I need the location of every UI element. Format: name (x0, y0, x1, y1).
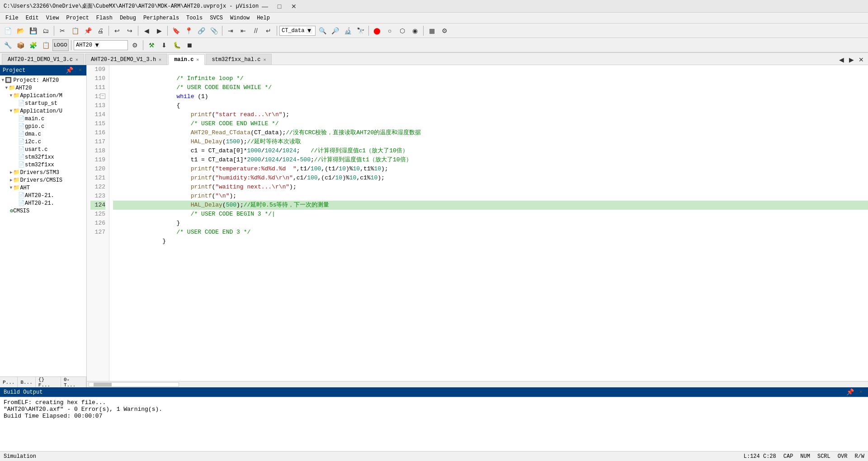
menu-tools[interactable]: Tools (183, 13, 206, 23)
tab-close-icon2[interactable]: ✕ (159, 57, 161, 62)
menu-view[interactable]: View (42, 13, 63, 23)
dropdown-arrow[interactable]: ▼ (306, 27, 312, 34)
paste-button[interactable]: 📌 (82, 25, 94, 37)
debug-start-button[interactable]: ⬤ (371, 25, 383, 37)
save-button[interactable]: 💾 (27, 25, 39, 37)
sidebar-item-stm2[interactable]: 📄 stm32f1xx (0, 161, 86, 169)
find3-button[interactable]: 🔬 (342, 25, 354, 37)
sidebar-item-appM[interactable]: ▶ 📁 Application/M (0, 92, 86, 99)
sidebar-item-aht-file2[interactable]: 📄 AHT20-21. (0, 199, 86, 207)
menu-file[interactable]: File (2, 13, 22, 23)
cut-button[interactable]: ✂ (57, 25, 68, 37)
menu-window[interactable]: Window (226, 13, 253, 23)
sidebar-item-appU[interactable]: ▶ 📁 Application/U (0, 107, 86, 115)
sidebar-item-usart[interactable]: 📄 usart.c (0, 146, 86, 153)
save-all-button[interactable]: 🗂 (40, 25, 52, 37)
sidebar-item-cmsis[interactable]: ⚙ CMSIS (0, 207, 86, 215)
tab-main-c[interactable]: main.c ✕ (168, 54, 205, 65)
menu-svcs[interactable]: SVCS (206, 13, 226, 23)
collapse-marker-112[interactable]: − (100, 94, 105, 99)
sidebar-tab-project[interactable]: P... (0, 377, 18, 387)
sidebar-item-aht-file1[interactable]: 📄 AHT20-21. (0, 192, 86, 199)
open-button[interactable]: 📂 (14, 25, 26, 37)
tab-close-all[interactable]: ✕ (856, 55, 866, 65)
tab-aht20-demo-c[interactable]: AHT20-21_DEMO_V1_3.c ✕ (2, 54, 84, 65)
menu-flash[interactable]: Flash (93, 13, 116, 23)
sidebar-item-dma[interactable]: 📄 dma.c (0, 130, 86, 138)
hscroll-thumb[interactable] (94, 383, 112, 386)
code-lines[interactable]: /* Infinite loop */ /* USER CODE BEGIN W… (109, 65, 868, 381)
close-button[interactable]: ✕ (288, 2, 300, 11)
find2-button[interactable]: 🔎 (329, 25, 341, 37)
outdent-button[interactable]: ⇤ (237, 25, 249, 37)
sidebar-item-startup[interactable]: 📄 startup_st (0, 99, 86, 107)
wrap-button[interactable]: ↵ (263, 25, 274, 37)
debug3-button[interactable]: ⬡ (396, 25, 408, 37)
bookmark4-button[interactable]: 📎 (208, 25, 220, 37)
code-line-113[interactable]: printf("start read...\r\n"); (113, 101, 868, 110)
sidebar-tab-books[interactable]: B... (18, 377, 35, 387)
menu-edit[interactable]: Edit (22, 13, 42, 23)
code-line-112[interactable]: { (113, 92, 868, 101)
nav-back-button[interactable]: ◀ (141, 25, 152, 37)
t2-debug-btn[interactable]: 🐛 (171, 39, 183, 51)
t2-load-btn[interactable]: ⬇ (158, 39, 170, 51)
build-pin-button[interactable]: 📌 (844, 388, 856, 396)
debug4-button[interactable]: ◉ (409, 25, 421, 37)
maximize-button[interactable]: □ (273, 2, 286, 11)
sidebar-item-project[interactable]: ▶ 🔲 Project: AHT20 (0, 76, 86, 84)
t2-btn3[interactable]: 🧩 (27, 39, 39, 51)
sidebar-item-i2c[interactable]: 📄 i2c.c (0, 138, 86, 146)
new-file-button[interactable]: 📄 (2, 25, 14, 37)
tab-hal-c[interactable]: stm32f1xx_hal.c ✕ (206, 54, 272, 65)
menu-project[interactable]: Project (62, 13, 92, 23)
redo-button[interactable]: ↪ (124, 25, 136, 37)
bookmark2-button[interactable]: 📍 (183, 25, 194, 37)
sidebar-tab-functions[interactable]: {} F... (36, 377, 61, 387)
build-close-button[interactable]: ✕ (858, 388, 864, 396)
layout-button[interactable]: ▦ (426, 25, 438, 37)
menu-debug[interactable]: Debug (116, 13, 140, 23)
t2-build-btn[interactable]: ⚒ (146, 39, 157, 51)
sidebar-item-aht-folder[interactable]: ▶ 📁 AHT (0, 184, 86, 192)
tab-close-icon4[interactable]: ✕ (263, 57, 266, 62)
t2-stop-btn[interactable]: ⏹ (184, 39, 195, 51)
indent-button[interactable]: ⇥ (225, 25, 236, 37)
sidebar-item-mainc[interactable]: 📄 main.c (0, 115, 86, 122)
minimize-button[interactable]: — (259, 2, 271, 11)
logo-btn[interactable]: LOGO (52, 39, 69, 51)
sidebar-pin-button[interactable]: 📌 (64, 66, 75, 74)
sidebar-item-drivers-cmsis[interactable]: ▶ 📁 Drivers/CMSIS (0, 176, 86, 184)
target-dropdown[interactable]: AHT20 ▼ (74, 40, 128, 50)
code-line-126[interactable]: /* USER CODE END 3 */ (113, 219, 868, 228)
find-button[interactable]: 🔍 (316, 25, 328, 37)
horizontal-scrollbar[interactable] (87, 381, 868, 387)
sidebar-tab-templates[interactable]: 0₊ T... (61, 377, 86, 387)
tab-scroll-right[interactable]: ▶ (846, 55, 856, 65)
comment-button[interactable]: // (250, 25, 262, 37)
print-button[interactable]: 🖨 (94, 25, 106, 37)
menu-peripherals[interactable]: Peripherals (140, 13, 183, 23)
sidebar-item-drivers-stm[interactable]: ▶ 📁 Drivers/STM3 (0, 169, 86, 176)
tab-aht20-demo-h[interactable]: AHT20-21_DEMO_V1_3.h ✕ (85, 54, 167, 65)
hscroll-track[interactable] (89, 382, 179, 387)
bookmark3-button[interactable]: 🔗 (195, 25, 207, 37)
function-dropdown[interactable]: CT_data ▼ (279, 26, 316, 36)
debug2-button[interactable]: ○ (384, 25, 396, 37)
tab-close-icon[interactable]: ✕ (75, 57, 78, 62)
sidebar-close-button[interactable]: ✕ (77, 66, 84, 74)
sidebar-item-gpio[interactable]: 📄 gpio.c (0, 122, 86, 130)
code-content[interactable]: 109 110 111 − 112 113 114 115 116 117 11… (87, 65, 868, 381)
bookmark-button[interactable]: 🔖 (170, 25, 182, 37)
nav-fwd-button[interactable]: ▶ (153, 25, 165, 37)
tab-scroll-left[interactable]: ◀ (836, 55, 846, 65)
sidebar-item-aht20[interactable]: ▶ 📁 AHT20 (0, 84, 86, 92)
t2-btn1[interactable]: 🔧 (2, 39, 14, 51)
t2-btn4[interactable]: 📋 (40, 39, 52, 51)
sidebar-item-stm1[interactable]: 📄 stm32f1xx (0, 153, 86, 161)
t2-target-btn[interactable]: ⚙ (129, 39, 141, 51)
undo-button[interactable]: ↩ (111, 25, 123, 37)
tab-close-icon3[interactable]: ✕ (196, 57, 199, 62)
t2-btn2[interactable]: 📦 (14, 39, 26, 51)
target-dropdown-arrow[interactable]: ▼ (94, 42, 100, 48)
